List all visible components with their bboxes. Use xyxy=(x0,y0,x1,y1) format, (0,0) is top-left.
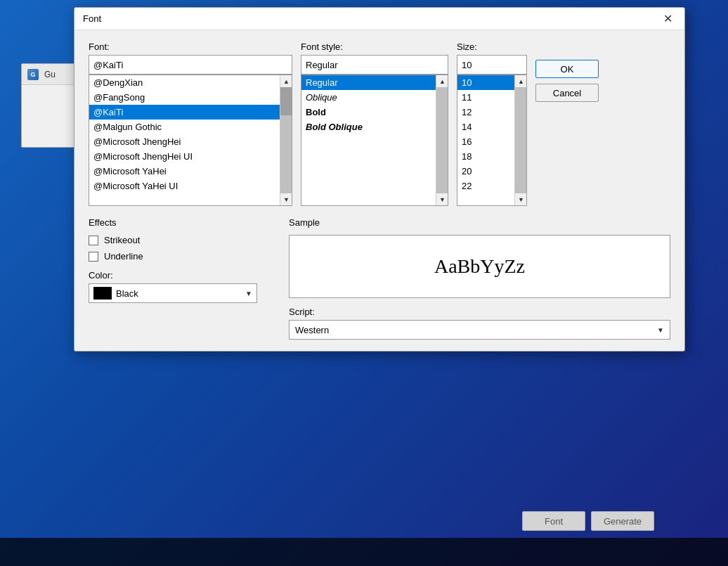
font-list-item[interactable]: @FangSong xyxy=(89,90,280,105)
size-list-item[interactable]: 11 xyxy=(457,90,514,105)
font-scrollbar[interactable]: ▲ ▼ xyxy=(280,75,292,205)
font-columns: Font: @DengXian@FangSong@KaiTi@Malgun Go… xyxy=(89,41,670,206)
size-list-item[interactable]: 12 xyxy=(457,105,514,120)
strikeout-checkbox[interactable] xyxy=(89,236,98,245)
script-dropdown-arrow: ▼ xyxy=(657,326,664,334)
font-label: Font: xyxy=(89,41,292,52)
style-list-container: RegularObliqueBoldBold Oblique ▲ ▼ xyxy=(301,75,448,206)
style-scroll-thumb xyxy=(436,87,448,129)
font-dialog: Font ✕ Font: @DengXian@FangSong@KaiTi@Ma… xyxy=(74,7,685,352)
color-value: Black xyxy=(112,288,245,299)
font-list-item[interactable]: @Microsoft JhengHei xyxy=(89,134,280,149)
color-swatch xyxy=(93,287,112,300)
color-row: Color: Black ▼ xyxy=(89,270,275,303)
size-label: Size: xyxy=(457,41,527,52)
dialog-titlebar: Font ✕ xyxy=(74,8,684,30)
ok-button[interactable]: OK xyxy=(535,60,599,78)
font-scroll-thumb xyxy=(280,87,292,115)
taskbar xyxy=(0,538,728,566)
size-list-item[interactable]: 14 xyxy=(457,120,514,134)
size-list-container: 1011121416182022 ▲ ▼ xyxy=(457,75,527,206)
sample-text: AaBbYyZz xyxy=(434,255,525,278)
font-list[interactable]: @DengXian@FangSong@KaiTi@Malgun Gothic@M… xyxy=(89,75,280,205)
size-scroll-down[interactable]: ▼ xyxy=(515,193,527,205)
color-dropdown-arrow: ▼ xyxy=(245,290,252,297)
font-column: Font: @DengXian@FangSong@KaiTi@Malgun Go… xyxy=(89,41,292,206)
size-list-item[interactable]: 18 xyxy=(457,149,514,164)
script-value: Western xyxy=(295,325,329,335)
underline-label: Underline xyxy=(104,251,143,262)
size-list-item[interactable]: 20 xyxy=(457,164,514,179)
style-column: Font style: RegularObliqueBoldBold Obliq… xyxy=(301,41,448,206)
dialog-body: Font: @DengXian@FangSong@KaiTi@Malgun Go… xyxy=(74,30,684,351)
underline-checkbox[interactable] xyxy=(89,252,98,262)
style-scroll-up[interactable]: ▲ xyxy=(436,75,448,87)
color-dropdown[interactable]: Black ▼ xyxy=(89,283,257,303)
style-label: Font style: xyxy=(301,41,448,52)
font-list-item[interactable]: @Microsoft JhengHei UI xyxy=(89,149,280,164)
size-list-item[interactable]: 22 xyxy=(457,179,514,193)
script-row: Script: Western ▼ xyxy=(289,307,670,340)
style-list-item[interactable]: Bold xyxy=(301,105,436,120)
size-scroll-up[interactable]: ▲ xyxy=(515,75,527,87)
font-scroll-down[interactable]: ▼ xyxy=(280,193,292,205)
dialog-title: Font xyxy=(83,13,101,24)
font-input[interactable] xyxy=(89,55,292,75)
color-label: Color: xyxy=(89,270,275,281)
font-list-item[interactable]: @DengXian xyxy=(89,75,280,90)
font-list-container: @DengXian@FangSong@KaiTi@Malgun Gothic@M… xyxy=(89,75,292,206)
bg-app-icon: G xyxy=(27,69,39,80)
close-button[interactable]: ✕ xyxy=(659,11,676,27)
font-scroll-track[interactable] xyxy=(280,87,292,193)
bg-window-title: Gu xyxy=(44,70,56,79)
taskbar-buttons: Font Generate xyxy=(522,511,654,531)
underline-row: Underline xyxy=(89,251,275,262)
effects-label: Effects xyxy=(89,217,275,228)
script-label: Script: xyxy=(289,307,670,317)
size-list[interactable]: 1011121416182022 xyxy=(457,75,514,205)
font-list-item[interactable]: @KaiTi xyxy=(89,105,280,120)
size-scroll-thumb xyxy=(515,87,526,108)
font-taskbar-button[interactable]: Font xyxy=(522,511,585,531)
font-list-item[interactable]: @Microsoft YaHei UI xyxy=(89,179,280,193)
style-scroll-track[interactable] xyxy=(436,87,448,193)
style-list-item[interactable]: Oblique xyxy=(301,90,436,105)
style-scroll-down[interactable]: ▼ xyxy=(436,193,448,205)
style-input[interactable] xyxy=(301,55,448,75)
size-column: Size: 1011121416182022 ▲ ▼ xyxy=(457,41,527,206)
size-input[interactable] xyxy=(457,55,527,75)
effects-section: Effects Strikeout Underline Color: Black… xyxy=(89,217,275,340)
size-scrollbar[interactable]: ▲ ▼ xyxy=(514,75,526,205)
size-list-item[interactable]: 16 xyxy=(457,134,514,149)
sample-label: Sample xyxy=(289,217,670,228)
font-list-item[interactable]: @Malgun Gothic xyxy=(89,120,280,134)
size-list-item[interactable]: 10 xyxy=(457,75,514,90)
strikeout-row: Strikeout xyxy=(89,235,275,245)
cancel-button[interactable]: Cancel xyxy=(535,84,599,102)
strikeout-label: Strikeout xyxy=(104,235,140,245)
script-dropdown[interactable]: Western ▼ xyxy=(289,320,670,340)
style-list[interactable]: RegularObliqueBoldBold Oblique xyxy=(301,75,436,205)
style-scrollbar[interactable]: ▲ ▼ xyxy=(436,75,448,205)
style-list-item[interactable]: Regular xyxy=(301,75,436,90)
sample-box: AaBbYyZz xyxy=(289,235,670,298)
size-scroll-track[interactable] xyxy=(515,87,526,193)
sample-section: Sample AaBbYyZz Script: Western ▼ xyxy=(289,217,670,340)
action-buttons: OK Cancel xyxy=(535,41,599,102)
bottom-section: Effects Strikeout Underline Color: Black… xyxy=(89,217,670,340)
generate-taskbar-button[interactable]: Generate xyxy=(591,511,654,531)
style-list-item[interactable]: Bold Oblique xyxy=(301,120,436,134)
font-scroll-up[interactable]: ▲ xyxy=(280,75,292,87)
font-list-item[interactable]: @Microsoft YaHei xyxy=(89,164,280,179)
